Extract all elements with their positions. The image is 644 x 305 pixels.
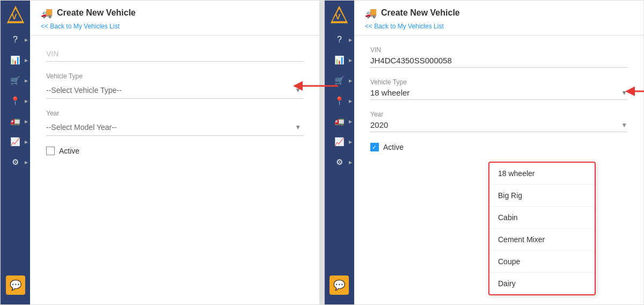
settings-icon: ⚙ bbox=[12, 157, 19, 167]
location-icon: 📍 bbox=[10, 96, 20, 106]
right-chevron-icon: ▶ bbox=[349, 119, 352, 124]
right-chat-button[interactable]: 💬 bbox=[330, 275, 349, 295]
right-chevron-icon: ▶ bbox=[349, 58, 352, 63]
panel-divider bbox=[320, 0, 324, 305]
right-arrow-annotation bbox=[625, 83, 644, 99]
right-vehicle-type-chevron-icon: ▼ bbox=[621, 89, 627, 97]
right-location-icon: 📍 bbox=[334, 96, 345, 106]
right-year-value: 2020 bbox=[370, 120, 388, 129]
vehicle-type-select-wrapper: --Select Vehicle Type-- 18 wheeler Big R… bbox=[46, 82, 303, 99]
sidebar-item-help[interactable]: ? ▶ bbox=[1, 30, 30, 50]
right-chevron-icon: ▶ bbox=[349, 160, 352, 165]
right-sidebar: V ? ▶ 📊 ▶ 🛒 ▶ 📍 ▶ 🚛 ▶ 📈 ▶ ⚙ ▶ bbox=[325, 1, 354, 304]
right-sidebar-item-vehicles[interactable]: 🚛 ▶ bbox=[325, 111, 354, 132]
sidebar-item-locations[interactable]: 📍 ▶ bbox=[1, 91, 30, 111]
year-label: Year bbox=[46, 110, 303, 117]
right-year-chevron-icon: ▼ bbox=[621, 121, 627, 129]
svg-text:V: V bbox=[335, 12, 341, 21]
right-sidebar-item-settings[interactable]: ⚙ ▶ bbox=[325, 152, 354, 172]
right-chevron-icon: ▶ bbox=[349, 38, 352, 42]
chevron-icon: ▶ bbox=[25, 160, 28, 165]
sidebar-item-vehicles[interactable]: 🚛 ▶ bbox=[1, 111, 30, 132]
chat-icon: 💬 bbox=[10, 279, 21, 291]
analytics-icon: 📊 bbox=[10, 55, 20, 65]
right-chevron-icon: ▶ bbox=[349, 78, 352, 83]
right-reports-icon: 📈 bbox=[334, 137, 345, 147]
right-active-checkbox[interactable] bbox=[370, 143, 379, 151]
page-title: Create New Vehicle bbox=[57, 8, 136, 18]
cart-icon: 🛒 bbox=[10, 76, 20, 85]
right-chevron-icon: ▶ bbox=[349, 99, 352, 104]
right-vehicle-type-value: 18 wheeler bbox=[370, 88, 409, 97]
year-group: Year --Select Model Year-- 2020 2019 ▼ bbox=[46, 110, 303, 136]
right-vin-label: VIN bbox=[370, 46, 627, 54]
dropdown-item-dairy[interactable]: Dairy bbox=[489, 273, 595, 294]
sidebar-item-analytics[interactable]: 📊 ▶ bbox=[1, 50, 30, 70]
dropdown-item-cementmixer[interactable]: Cement Mixer bbox=[489, 229, 595, 251]
right-vin-group: VIN JH4DC4350SS000058 bbox=[370, 46, 627, 68]
sidebar-item-settings[interactable]: ⚙ ▶ bbox=[1, 152, 30, 172]
left-header: 🚚 Create New Vehicle << Back to My Vehic… bbox=[30, 1, 319, 35]
active-checkbox[interactable] bbox=[46, 147, 55, 155]
right-sidebar-item-reports[interactable]: 📈 ▶ bbox=[325, 132, 354, 152]
reports-icon: 📈 bbox=[10, 137, 20, 147]
right-year-group: Year 2020 ▼ bbox=[370, 111, 627, 132]
right-cart-icon: 🛒 bbox=[334, 76, 345, 85]
svg-text:V: V bbox=[11, 12, 17, 21]
right-chevron-icon: ▶ bbox=[349, 140, 352, 144]
year-select[interactable]: --Select Model Year-- 2020 2019 bbox=[46, 123, 303, 132]
right-page-title: Create New Vehicle bbox=[381, 8, 460, 18]
right-help-icon: ? bbox=[337, 35, 342, 45]
right-sidebar-item-orders[interactable]: 🛒 ▶ bbox=[325, 70, 354, 91]
chevron-icon: ▶ bbox=[25, 140, 28, 144]
sidebar-item-reports[interactable]: 📈 ▶ bbox=[1, 132, 30, 152]
right-sidebar-item-analytics[interactable]: 📊 ▶ bbox=[325, 50, 354, 70]
right-back-to-vehicles-link[interactable]: << Back to My Vehicles List bbox=[365, 23, 444, 30]
vehicle-type-label: Vehicle Type bbox=[46, 72, 303, 80]
left-sidebar: V ? ▶ 📊 ▶ 🛒 ▶ 📍 ▶ 🚛 ▶ 📈 ▶ ⚙ ▶ bbox=[1, 1, 30, 304]
right-sidebar-item-help[interactable]: ? ▶ bbox=[325, 30, 354, 50]
vehicle-icon: 🚛 bbox=[10, 117, 20, 126]
chevron-icon: ▶ bbox=[25, 38, 28, 42]
right-chat-icon: 💬 bbox=[333, 279, 345, 291]
vin-group bbox=[46, 46, 303, 62]
year-select-wrapper: --Select Model Year-- 2020 2019 ▼ bbox=[46, 119, 303, 136]
left-main-content: 🚚 Create New Vehicle << Back to My Vehic… bbox=[30, 1, 319, 304]
chevron-icon: ▶ bbox=[25, 119, 28, 124]
vehicle-type-group: Vehicle Type --Select Vehicle Type-- 18 … bbox=[46, 72, 303, 99]
right-analytics-icon: 📊 bbox=[334, 55, 345, 65]
right-main-content: 🚚 Create New Vehicle << Back to My Vehic… bbox=[354, 1, 643, 304]
left-panel: V ? ▶ 📊 ▶ 🛒 ▶ 📍 ▶ 🚛 ▶ 📈 ▶ ⚙ ▶ bbox=[0, 0, 320, 305]
chevron-icon: ▶ bbox=[25, 58, 28, 63]
right-vehicle-type-label: Vehicle Type bbox=[370, 78, 627, 86]
chat-button[interactable]: 💬 bbox=[6, 275, 25, 295]
dropdown-item-coupe[interactable]: Coupe bbox=[489, 251, 595, 273]
right-truck-icon: 🚚 bbox=[365, 7, 377, 19]
vin-input[interactable] bbox=[46, 46, 303, 62]
logo[interactable]: V bbox=[6, 5, 25, 26]
sidebar-item-orders[interactable]: 🛒 ▶ bbox=[1, 70, 30, 91]
dropdown-item-bigrig[interactable]: Big Rig bbox=[489, 185, 595, 207]
vehicle-type-dropdown: 18 wheeler Big Rig Cabin Cement Mixer Co… bbox=[488, 162, 596, 295]
right-form-area: VIN JH4DC4350SS000058 Vehicle Type 18 wh… bbox=[354, 35, 643, 304]
help-icon: ? bbox=[13, 35, 18, 45]
right-logo[interactable]: V bbox=[330, 5, 349, 26]
chevron-icon: ▶ bbox=[25, 78, 28, 83]
right-active-label: Active bbox=[383, 143, 404, 151]
right-year-label: Year bbox=[370, 111, 627, 118]
dropdown-item-18wheeler[interactable]: 18 wheeler bbox=[489, 163, 595, 185]
right-header: 🚚 Create New Vehicle << Back to My Vehic… bbox=[354, 1, 643, 35]
active-row: Active bbox=[46, 147, 303, 155]
chevron-icon: ▶ bbox=[25, 99, 28, 104]
back-to-vehicles-link[interactable]: << Back to My Vehicles List bbox=[41, 23, 120, 30]
right-vin-value: JH4DC4350SS000058 bbox=[370, 56, 627, 68]
active-label: Active bbox=[59, 147, 79, 155]
right-panel: V ? ▶ 📊 ▶ 🛒 ▶ 📍 ▶ 🚛 ▶ 📈 ▶ ⚙ ▶ bbox=[324, 0, 644, 305]
right-sidebar-item-locations[interactable]: 📍 ▶ bbox=[325, 91, 354, 111]
dropdown-item-cabin[interactable]: Cabin bbox=[489, 207, 595, 229]
right-vehicle-type-group: Vehicle Type 18 wheeler ▼ bbox=[370, 78, 627, 100]
right-active-row: Active bbox=[370, 143, 627, 151]
right-vehicle-icon: 🚛 bbox=[334, 117, 345, 126]
vehicle-type-select[interactable]: --Select Vehicle Type-- 18 wheeler Big R… bbox=[46, 86, 303, 95]
left-form-area: Vehicle Type --Select Vehicle Type-- 18 … bbox=[30, 35, 319, 304]
